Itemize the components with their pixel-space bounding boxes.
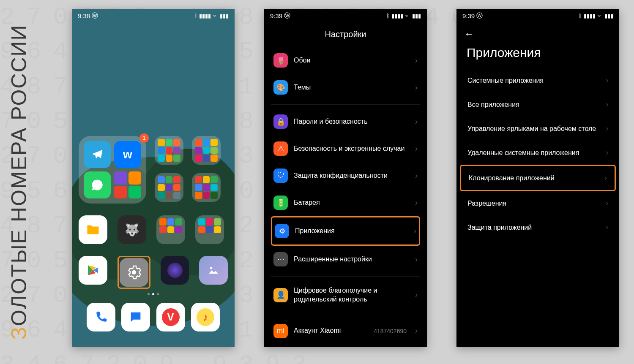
status-time: 9:39 — [270, 12, 282, 19]
chevron-right-icon: › — [606, 223, 608, 232]
signal-icon: ▮▮▮▮ — [391, 13, 403, 19]
chevron-right-icon: › — [414, 227, 416, 236]
settings-item-пароли-и-безопасность[interactable]: 🔒Пароли и безопасность› — [271, 108, 420, 135]
chevron-right-icon: › — [415, 83, 418, 92]
whatsapp-status-icon: ⓦ — [284, 12, 290, 20]
watermark: ЗОЛОТЫЕ НОМЕРА РОССИИ — [0, 0, 38, 364]
apps-item-защита-приложений[interactable]: Защита приложений› — [460, 215, 616, 239]
folder-3[interactable] — [155, 173, 183, 202]
item-label: Обои — [294, 56, 409, 65]
chevron-right-icon: › — [415, 117, 418, 126]
phone-apps-submenu: 9:39 ⓦ ᛒ ▮▮▮▮ ᯤ ▮▮▮ ← Приложения Системн… — [456, 9, 619, 347]
settings-item-приложения[interactable]: ⚙Приложения› — [271, 216, 420, 246]
watermark-accent: З — [7, 326, 31, 340]
item-label: Управление ярлыками на рабочем столе — [467, 125, 596, 133]
item-label: Защита конфиденциальности — [294, 171, 409, 180]
watermark-text: ОЛОТЫЕ НОМЕРА РОССИИ — [7, 24, 31, 326]
settings-title: Настройки — [264, 22, 427, 47]
camera-app-icon[interactable] — [161, 256, 189, 285]
chevron-right-icon: › — [606, 148, 608, 157]
vivaldi-app-icon[interactable]: V — [156, 303, 185, 331]
whatsapp-icon[interactable] — [84, 171, 111, 198]
item-label: Батарея — [294, 198, 409, 207]
item-icon: ⋯ — [273, 252, 288, 266]
svg-point-0 — [132, 270, 136, 274]
chevron-right-icon: › — [604, 174, 607, 182]
status-time: 9:38 — [78, 12, 90, 19]
status-time: 9:39 — [462, 12, 475, 19]
bluetooth-icon: ᛒ — [386, 13, 390, 19]
battery-icon: ▮▮▮ — [220, 13, 229, 19]
chevron-right-icon: › — [415, 171, 418, 180]
signal-icon: ▮▮▮▮ — [584, 13, 596, 19]
apps-item-системные-приложения[interactable]: Системные приложения› — [460, 68, 616, 92]
phone-app-icon[interactable] — [87, 303, 115, 331]
chevron-right-icon: › — [415, 291, 418, 299]
bluetooth-icon: ᛒ — [579, 13, 582, 19]
item-label: Удаленные системные приложения — [467, 149, 579, 157]
back-button[interactable]: ← — [456, 22, 619, 40]
item-label: Разрешения — [467, 200, 506, 207]
item-label: Защита приложений — [467, 224, 532, 231]
vk-icon[interactable]: w — [114, 141, 141, 168]
svg-point-1 — [210, 267, 212, 269]
apps-item-все-приложения[interactable]: Все приложения› — [460, 92, 616, 117]
item-label: Цифровое благополучие и родительский кон… — [294, 286, 409, 304]
apps-item-клонирование-приложений[interactable]: Клонирование приложений› — [460, 165, 616, 191]
play-store-icon[interactable] — [79, 256, 107, 285]
mini-apps-folder[interactable] — [114, 171, 141, 198]
battery-icon: ▮▮▮ — [604, 13, 613, 19]
item-label: Все приложения — [467, 101, 519, 109]
item-icon: ⚠ — [273, 141, 288, 156]
item-label: Пароли и безопасность — [294, 117, 409, 126]
item-label: Приложения — [295, 227, 408, 236]
folder-6[interactable] — [195, 215, 224, 244]
item-label: Безопасность и экстренные случаи — [294, 144, 409, 153]
apps-item-удаленные-системные-приложения[interactable]: Удаленные системные приложения› — [460, 141, 616, 165]
item-label: Расширенные настройки — [294, 255, 409, 264]
divider — [271, 276, 420, 277]
wifi-icon: ᯤ — [213, 13, 218, 19]
folder-1[interactable] — [155, 136, 183, 165]
apps-item-управление-ярлыками-на-рабочем-столе[interactable]: Управление ярлыками на рабочем столе› — [460, 117, 616, 141]
item-icon: 🛡 — [273, 168, 288, 183]
phone-settings-main: 9:39 ⓦ ᛒ ▮▮▮▮ ᯤ ▮▮▮ Настройки 🌷Обои›🎨Тем… — [264, 9, 427, 347]
folder-4[interactable] — [192, 173, 221, 202]
signal-icon: ▮▮▮▮ — [199, 13, 211, 19]
telegram-icon[interactable] — [84, 141, 111, 168]
wifi-icon: ᯤ — [597, 13, 603, 19]
settings-app-icon[interactable] — [120, 258, 148, 287]
status-bar: 9:39 ⓦ ᛒ ▮▮▮▮ ᯤ ▮▮▮ — [264, 9, 427, 22]
music-app-icon[interactable]: ♪ — [191, 303, 220, 331]
apps-submenu-list: Системные приложения›Все приложения›Упра… — [456, 68, 619, 239]
item-icon: mi — [273, 324, 288, 338]
chevron-right-icon: › — [415, 144, 418, 153]
apps-item-разрешения[interactable]: Разрешения› — [460, 191, 616, 215]
divider — [271, 314, 420, 314]
social-folder[interactable]: 1 w — [79, 136, 146, 204]
phone-home-screen: 9:38 ⓦ ᛒ ▮▮▮▮ ᯤ ▮▮▮ 1 w — [72, 9, 235, 347]
folder-2[interactable] — [192, 136, 221, 165]
item-icon: 🔒 — [273, 114, 288, 129]
settings-item-темы[interactable]: 🎨Темы› — [271, 74, 420, 101]
settings-item-безопасность-и-экстренные-случаи[interactable]: ⚠Безопасность и экстренные случаи› — [271, 135, 420, 162]
settings-item-аккаунт-xiaomi[interactable]: miАккаунт Xiaomi4187402690› — [271, 318, 420, 345]
settings-highlight — [118, 256, 150, 289]
settings-item-расширенные-настройки[interactable]: ⋯Расширенные настройки› — [271, 246, 420, 273]
bluetooth-icon: ᛒ — [194, 13, 197, 19]
chevron-right-icon: › — [606, 199, 608, 208]
battery-icon: ▮▮▮ — [412, 13, 421, 19]
item-label: Аккаунт Xiaomi — [294, 326, 368, 335]
messages-app-icon[interactable] — [121, 303, 150, 331]
game-app[interactable]: 🐺 — [118, 215, 146, 244]
gallery-app-icon[interactable] — [199, 256, 228, 285]
notification-badge: 1 — [139, 133, 149, 143]
chevron-right-icon: › — [606, 100, 608, 109]
settings-item-батарея[interactable]: 🔋Батарея› — [271, 189, 420, 216]
folder-5[interactable] — [156, 215, 185, 244]
chevron-right-icon: › — [415, 326, 418, 335]
settings-item-обои[interactable]: 🌷Обои› — [271, 47, 420, 74]
settings-item-цифровое-благополучие-и-родительский-контроль[interactable]: 👤Цифровое благополучие и родительский ко… — [271, 280, 420, 310]
files-app[interactable] — [79, 215, 107, 244]
settings-item-защита-конфиденциальности[interactable]: 🛡Защита конфиденциальности› — [271, 162, 420, 189]
